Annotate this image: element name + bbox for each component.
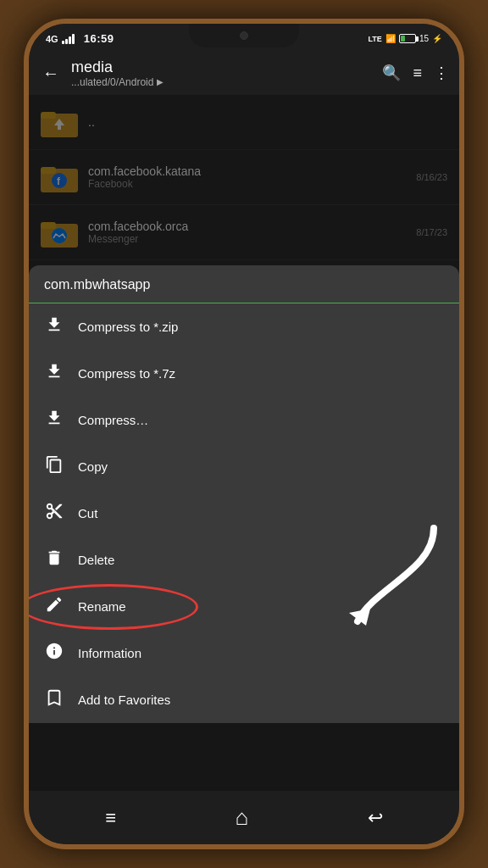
- compress-more-icon: [44, 409, 64, 431]
- nav-bar: ≡ ⌂ ↩: [29, 791, 459, 844]
- app-bar-subtitle: ...ulated/0/Android ▶: [71, 76, 374, 88]
- camera-dot: [240, 31, 248, 40]
- app-bar-actions: 🔍 ≡ ⋮: [382, 64, 449, 82]
- app-bar-title: media: [71, 58, 374, 76]
- context-menu-header: com.mbwhatsapp: [29, 265, 459, 303]
- context-menu-item-copy[interactable]: Copy: [29, 443, 459, 490]
- add-favorites-icon: [44, 688, 64, 711]
- context-item-label: Compress to *.7z: [78, 366, 175, 381]
- context-menu-item-compress-zip[interactable]: Compress to *.zip: [29, 303, 459, 350]
- context-menu-item-information[interactable]: Information: [29, 630, 459, 676]
- phone-screen: 4G 16:59 LTE 📶 15 ⚡: [29, 24, 459, 844]
- back-button[interactable]: ←: [39, 60, 63, 86]
- status-right: LTE 📶 15 ⚡: [369, 34, 442, 43]
- sd-icon: ▶: [157, 77, 164, 86]
- network-type: 4G: [46, 34, 58, 44]
- context-item-label: Add to Favorites: [78, 693, 170, 707]
- context-menu-item-compress-7z[interactable]: Compress to *.7z: [29, 350, 459, 397]
- list-view-button[interactable]: ≡: [413, 64, 422, 82]
- context-menu-title: com.mbwhatsapp: [44, 277, 150, 292]
- nav-back-button[interactable]: ↩: [354, 802, 396, 834]
- context-item-label: Cut: [78, 506, 97, 520]
- context-menu-item-rename[interactable]: Rename: [29, 583, 459, 630]
- compress-zip-icon: [44, 315, 64, 338]
- search-button[interactable]: 🔍: [382, 64, 401, 82]
- file-list: .. f com.facebook.katana Facebook: [29, 95, 459, 791]
- information-icon: [44, 642, 64, 665]
- battery-percent: 15: [419, 34, 429, 43]
- lte-icon: LTE: [369, 35, 382, 43]
- status-left: 4G 16:59: [46, 32, 114, 45]
- copy-icon: [44, 455, 64, 478]
- context-menu-item-compress-more[interactable]: Compress…: [29, 397, 459, 443]
- context-item-label: Compress to *.zip: [78, 320, 178, 334]
- context-item-label: Rename: [78, 599, 126, 614]
- clock: 16:59: [84, 32, 114, 45]
- context-menu: com.mbwhatsapp Compress to *.zip: [29, 265, 459, 723]
- app-bar-title-section: media ...ulated/0/Android ▶: [71, 58, 374, 88]
- compress-7z-icon: [44, 362, 64, 385]
- signal-bars-icon: [62, 34, 75, 44]
- path-text: ...ulated/0/Android: [71, 76, 153, 88]
- rename-icon: [44, 595, 64, 618]
- nav-menu-button[interactable]: ≡: [92, 802, 130, 834]
- wifi-icon: 📶: [385, 34, 396, 43]
- context-item-label: Compress…: [78, 413, 148, 427]
- cut-icon: [44, 502, 64, 525]
- delete-icon: [44, 548, 64, 571]
- battery-icon: [399, 34, 416, 43]
- phone-frame: 4G 16:59 LTE 📶 15 ⚡: [24, 19, 464, 849]
- nav-home-button[interactable]: ⌂: [222, 799, 263, 836]
- camera-notch: [189, 24, 299, 47]
- context-menu-item-cut[interactable]: Cut: [29, 490, 459, 537]
- more-options-button[interactable]: ⋮: [434, 64, 449, 82]
- context-item-label: Copy: [78, 459, 108, 474]
- context-menu-item-add-favorites[interactable]: Add to Favorites: [29, 676, 459, 723]
- context-menu-item-delete[interactable]: Delete: [29, 537, 459, 583]
- app-bar: ← media ...ulated/0/Android ▶ 🔍 ≡ ⋮: [29, 51, 459, 95]
- charging-icon: ⚡: [432, 34, 442, 43]
- context-item-label: Information: [78, 646, 141, 660]
- context-item-label: Delete: [78, 553, 114, 567]
